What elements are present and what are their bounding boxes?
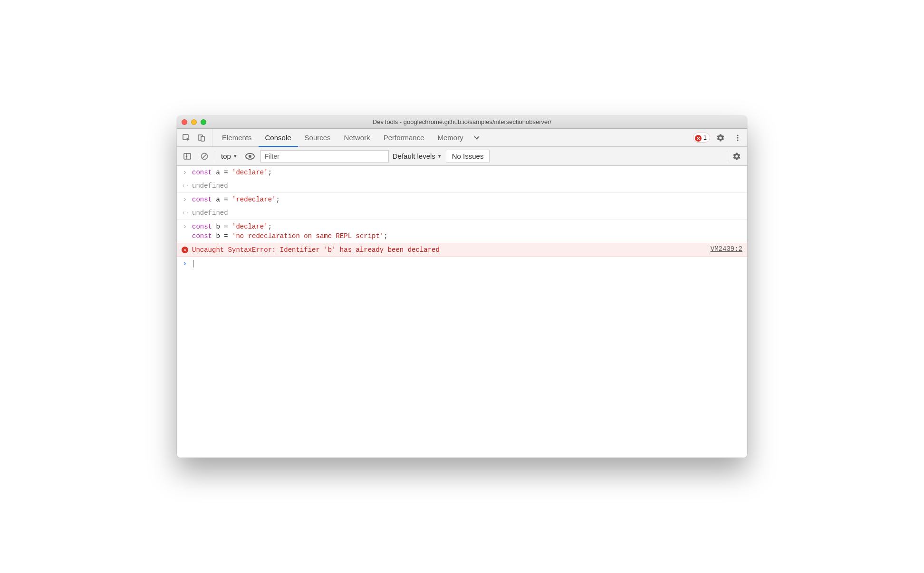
console-output-row: ‹· undefined: [177, 179, 747, 193]
live-expression-icon[interactable]: [243, 150, 257, 163]
console-prompt-row[interactable]: ›: [177, 257, 747, 270]
svg-rect-6: [184, 153, 191, 159]
execution-context-selector[interactable]: top ▼: [219, 152, 240, 160]
console-input-row: › const a = 'declare';: [177, 166, 747, 179]
inspect-element-icon[interactable]: [180, 131, 193, 144]
console-result: undefined: [192, 208, 228, 218]
traffic-lights: [182, 119, 206, 125]
svg-point-3: [737, 134, 738, 136]
device-toolbar-icon[interactable]: [195, 131, 208, 144]
console-input-row: › const a = 'redeclare';: [177, 193, 747, 206]
console-code: const a = 'declare';: [192, 168, 272, 177]
input-chevron-icon: ›: [182, 168, 188, 177]
output-chevron-icon: ‹·: [182, 181, 188, 191]
error-message: Uncaught SyntaxError: Identifier 'b' has…: [192, 245, 440, 255]
more-menu-icon[interactable]: [731, 131, 744, 144]
error-count: 1: [703, 134, 707, 141]
svg-rect-2: [201, 136, 204, 141]
dropdown-triangle-icon: ▼: [437, 153, 442, 159]
svg-point-4: [737, 137, 738, 138]
filter-input[interactable]: [260, 150, 389, 162]
error-source-link[interactable]: VM2439:2: [711, 245, 742, 253]
console-code: const b = 'declare'; const b = 'no redec…: [192, 222, 388, 241]
console-input-row: › const b = 'declare'; const b = 'no red…: [177, 220, 747, 243]
prompt-chevron-icon: ›: [182, 259, 188, 268]
tab-elements[interactable]: Elements: [215, 129, 259, 146]
error-icon: ✕: [182, 247, 188, 253]
close-window-button[interactable]: [182, 119, 187, 125]
svg-point-9: [249, 155, 251, 158]
svg-point-5: [737, 139, 738, 141]
console-code: const a = 'redeclare';: [192, 195, 280, 204]
console-output-row: ‹· undefined: [177, 206, 747, 220]
console-toolbar: top ▼ Default levels ▼ No Issues: [177, 147, 747, 166]
output-chevron-icon: ‹·: [182, 208, 188, 218]
main-tabbar: Elements Console Sources Network Perform…: [177, 129, 747, 147]
minimize-window-button[interactable]: [191, 119, 197, 125]
input-chevron-icon: ›: [182, 222, 188, 231]
console-prompt-input[interactable]: [192, 259, 193, 268]
log-levels-selector[interactable]: Default levels ▼: [393, 152, 442, 160]
error-count-badge[interactable]: ✕ 1: [693, 133, 710, 143]
tab-memory[interactable]: Memory: [431, 129, 470, 146]
tab-sources[interactable]: Sources: [298, 129, 337, 146]
dropdown-triangle-icon: ▼: [233, 153, 238, 159]
issues-button[interactable]: No Issues: [446, 150, 490, 163]
console-error-row: ✕ Uncaught SyntaxError: Identifier 'b' h…: [177, 243, 747, 257]
panel-tabs: Elements Console Sources Network Perform…: [215, 129, 483, 146]
error-icon: ✕: [695, 135, 702, 142]
settings-icon[interactable]: [714, 131, 727, 144]
console-settings-icon[interactable]: [730, 150, 743, 163]
clear-console-icon[interactable]: [198, 150, 211, 163]
maximize-window-button[interactable]: [201, 119, 206, 125]
window-title: DevTools - googlechrome.github.io/sample…: [182, 118, 742, 125]
console-output[interactable]: › const a = 'declare'; ‹· undefined › co…: [177, 166, 747, 458]
tab-performance[interactable]: Performance: [377, 129, 431, 146]
titlebar: DevTools - googlechrome.github.io/sample…: [177, 115, 747, 129]
tab-network[interactable]: Network: [337, 129, 377, 146]
devtools-window: DevTools - googlechrome.github.io/sample…: [177, 115, 747, 458]
console-sidebar-toggle-icon[interactable]: [181, 150, 194, 163]
tab-console[interactable]: Console: [259, 129, 298, 146]
more-tabs-button[interactable]: [470, 129, 483, 146]
input-chevron-icon: ›: [182, 195, 188, 204]
console-result: undefined: [192, 181, 228, 191]
